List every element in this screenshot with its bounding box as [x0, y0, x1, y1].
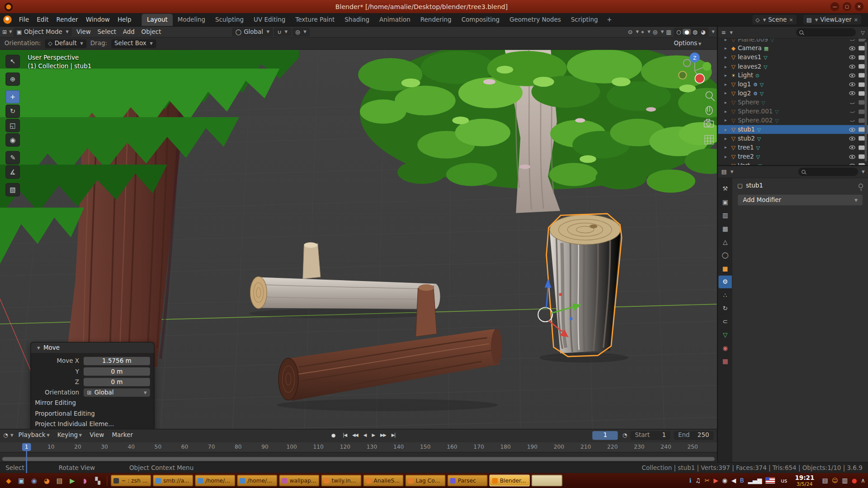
workspace-tab[interactable]: Layout [142, 14, 173, 26]
hide-in-viewport-icon[interactable] [849, 74, 855, 78]
remove-viewlayer-icon[interactable]: ✕ [854, 17, 858, 22]
transform-orientation-selector[interactable]: ◯ Global ▼ [232, 28, 273, 37]
expand-arrow-icon[interactable]: ▸ [725, 136, 729, 141]
clipper-tray-icon[interactable]: ✂ [704, 477, 709, 484]
disable-in-render-icon[interactable] [859, 82, 864, 87]
notifier-smiley-icon[interactable]: ☺ [832, 477, 838, 484]
blender-logo-icon[interactable] [3, 15, 11, 23]
taskbar-window-twily[interactable]: twily.in... [321, 475, 361, 487]
expand-arrow-icon[interactable]: ▸ [725, 118, 729, 123]
disable-in-render-icon[interactable] [859, 55, 864, 60]
timeline-menu-item[interactable]: View ▼ [86, 432, 108, 439]
solid-shading-icon[interactable]: ● [683, 29, 691, 35]
expand-arrow-icon[interactable]: ▸ [725, 163, 729, 165]
outliner-row-stub2[interactable]: ▸ stub2 [718, 134, 868, 143]
hide-in-viewport-icon[interactable] [849, 119, 855, 122]
music-tray-icon[interactable]: ♫ [695, 477, 701, 484]
snapping-selector[interactable]: ∪ ▼ [274, 28, 291, 37]
timeline-menu-item[interactable]: Playback ▼ [14, 432, 53, 439]
material-shading-icon[interactable]: ◍ [691, 29, 699, 35]
outliner-row-tree1[interactable]: ▸ tree1 [718, 143, 868, 152]
disable-in-render-icon[interactable] [859, 127, 864, 132]
outliner-row-log1[interactable]: ▸ log1 [718, 80, 868, 89]
tab-modifiers[interactable]: ⚙ [718, 276, 731, 288]
disable-in-render-icon[interactable] [859, 64, 864, 69]
expand-arrow-icon[interactable]: ▸ [725, 55, 729, 60]
move-value-field[interactable]: 1.5756 m [84, 357, 150, 365]
unlink-scene-icon[interactable]: ✕ [789, 17, 793, 22]
disable-in-render-icon[interactable] [859, 164, 864, 165]
transport-button[interactable]: ▶| [389, 433, 398, 438]
hide-in-viewport-icon[interactable] [849, 39, 855, 41]
rotate-tool[interactable]: ↻ [5, 104, 20, 117]
notes-tray-icon[interactable]: ▥ [842, 477, 848, 484]
xray-toggle-icon[interactable]: ▥ [666, 29, 671, 35]
outliner-row-sphere001[interactable]: ▸ Sphere.001 [718, 107, 868, 116]
transport-button[interactable]: ◀ [361, 433, 369, 438]
app-menu-icon[interactable]: ◆ [3, 475, 14, 487]
hide-in-viewport-icon[interactable] [849, 164, 855, 165]
outliner-row-leaves2[interactable]: ▸ leaves2 [718, 62, 868, 71]
outliner-row-stub1[interactable]: ▸ stub1 [718, 125, 868, 134]
scene-selector[interactable]: ◇▼ Scene ✕ [752, 15, 797, 24]
outliner-row-light[interactable]: ▸ Light [718, 71, 868, 80]
taskbar-window-home2[interactable]: /home/... [237, 475, 277, 487]
expand-arrow-icon[interactable]: ▸ [725, 82, 729, 87]
viewlayer-selector[interactable]: ▤▼ ViewLayer ✕ [803, 15, 862, 24]
hide-in-viewport-icon[interactable] [849, 47, 855, 51]
filter-icon[interactable]: ▽ [861, 30, 864, 35]
keyboard-layout-label[interactable]: us [781, 478, 787, 483]
tab-material[interactable]: ◉ [718, 342, 731, 355]
mode-selector[interactable]: ▣ Object Mode ▼ [13, 28, 72, 37]
outliner-row-plane009[interactable]: ▸ Plane.009 [718, 39, 868, 44]
outliner-row-leaves1[interactable]: ▸ leaves1 [718, 53, 868, 62]
disable-in-render-icon[interactable] [859, 145, 864, 150]
media-tray-icon[interactable]: ▶ [713, 477, 718, 484]
disable-in-render-icon[interactable] [859, 100, 864, 105]
playback-range-clock-icon[interactable]: ◔ [623, 432, 627, 438]
tab-tool[interactable]: ⚒ [718, 183, 731, 195]
firefox-icon[interactable]: ◕ [41, 475, 53, 487]
disable-in-render-icon[interactable] [859, 155, 864, 159]
workspace-tab[interactable]: UV Editing [249, 14, 290, 26]
timeline-menu-item[interactable]: Keying ▼ [53, 432, 85, 439]
move-tool[interactable]: + [5, 90, 20, 103]
proportional-editing-selector[interactable]: ◎ ▼ [292, 28, 310, 37]
transport-button[interactable]: ▶ [369, 433, 377, 438]
workspace-tab[interactable]: Rendering [415, 14, 457, 26]
hide-in-viewport-icon[interactable] [849, 92, 855, 96]
rendered-shading-icon[interactable]: ◕ [699, 29, 707, 35]
editor-type-icon[interactable]: ⊞ [2, 29, 7, 35]
tab-render[interactable]: ▣ [718, 196, 731, 208]
timeline-menu-item[interactable]: Marker ▼ [108, 432, 137, 439]
disable-in-render-icon[interactable] [859, 118, 864, 123]
expand-arrow-icon[interactable]: ▸ [725, 127, 729, 132]
disable-in-render-icon[interactable] [859, 136, 864, 141]
tab-constraints[interactable]: ⊂ [718, 315, 731, 328]
transform-tool[interactable]: ◉ [5, 133, 20, 146]
playhead[interactable]: 1 [22, 443, 31, 450]
hide-in-viewport-icon[interactable] [849, 127, 855, 131]
media-player-icon[interactable]: ▶ [66, 475, 78, 487]
hide-in-viewport-icon[interactable] [849, 145, 855, 150]
expand-arrow-icon[interactable]: ▸ [725, 109, 729, 114]
outliner-row-tree2[interactable]: ▸ tree2 [718, 152, 868, 161]
disable-in-render-icon[interactable] [859, 73, 864, 78]
move-panel-header[interactable]: ▼ Move [31, 343, 154, 353]
outliner-row-sphere002[interactable]: ▸ Sphere.002 [718, 116, 868, 125]
record-tray-icon[interactable]: ● [852, 477, 857, 484]
wireframe-shading-icon[interactable]: ○ [675, 29, 683, 35]
add-workspace-button[interactable]: + [603, 14, 616, 26]
tab-view-layer[interactable]: ▦ [718, 222, 731, 235]
viewport-menu-item[interactable]: View [73, 28, 94, 35]
workspace-tab[interactable]: Shading [340, 14, 374, 26]
taskbar-window-blank[interactable] [532, 475, 563, 487]
expand-arrow-icon[interactable]: ▸ [725, 154, 729, 159]
cursor-tool[interactable]: ⊕ [5, 72, 20, 85]
menu-item[interactable]: Edit [33, 16, 52, 23]
network-tray-icon[interactable]: ▂▄▆ [748, 477, 762, 484]
frame-start-field[interactable]: Start1 [631, 431, 670, 440]
current-frame-field[interactable]: 1 [593, 431, 618, 440]
properties-editor-icon[interactable]: ▤ [722, 169, 727, 174]
clock[interactable]: 19:21 3/5/24 [795, 474, 814, 487]
